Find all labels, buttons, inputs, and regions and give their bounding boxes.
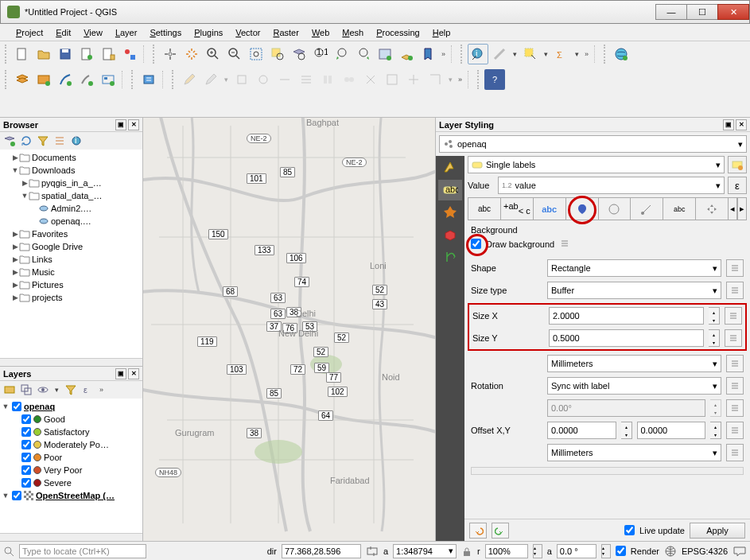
edit-tool-icon[interactable]: [382, 69, 402, 90]
toolbar-handle[interactable]: [172, 70, 177, 89]
menu-raster[interactable]: Raster: [266, 25, 305, 40]
virtual-layer-icon[interactable]: [98, 69, 119, 90]
web-icon[interactable]: [611, 44, 631, 64]
placement-tab[interactable]: abc: [663, 197, 696, 220]
pan-selection-icon[interactable]: [181, 44, 202, 64]
identify-icon[interactable]: i: [468, 44, 488, 64]
size-x-input[interactable]: 2.0000: [549, 307, 704, 325]
shape-select[interactable]: Rectangle▾: [547, 259, 721, 277]
toolbar-handle[interactable]: [460, 45, 465, 64]
rotation-data-defined[interactable]: [726, 377, 744, 395]
text-tab[interactable]: abc: [468, 197, 501, 220]
edit-tool-icon[interactable]: [274, 69, 295, 90]
layers-tree[interactable]: ▼openaqGoodSatisfactoryModerately Po…Poo…: [0, 399, 142, 533]
browser-tree-item[interactable]: ▶Links: [2, 253, 141, 266]
pan-icon[interactable]: [160, 44, 181, 64]
zoom-out-icon[interactable]: [224, 44, 245, 64]
browser-tree-item[interactable]: ▶Google Drive: [2, 240, 141, 253]
deselect-icon[interactable]: Σ: [551, 44, 572, 64]
undo-button[interactable]: [469, 523, 487, 539]
vector-layer-icon[interactable]: [12, 69, 33, 90]
menu-layer[interactable]: Layer: [109, 25, 144, 40]
offset-y-input[interactable]: 0.0000: [637, 422, 706, 439]
shape-data-defined[interactable]: [726, 259, 744, 277]
label-rules-button[interactable]: [728, 156, 747, 173]
expression-button[interactable]: ε: [728, 177, 747, 194]
layout-manager-icon[interactable]: [98, 44, 119, 64]
save-edits-icon[interactable]: [200, 69, 221, 90]
rendering-tab[interactable]: [695, 197, 729, 220]
zoom-last-icon[interactable]: [332, 44, 352, 64]
messages-icon[interactable]: [733, 545, 747, 558]
filter-icon[interactable]: [36, 134, 50, 148]
menu-processing[interactable]: Processing: [370, 25, 426, 40]
label-mode-select[interactable]: Single labels ▾: [468, 156, 725, 173]
menu-edit[interactable]: Edit: [49, 25, 77, 40]
tab-scroll-right[interactable]: ▸: [737, 197, 747, 220]
epsg-label[interactable]: EPSG:4326: [682, 546, 728, 556]
browser-tree-item[interactable]: Admin2.…: [2, 202, 141, 215]
menu-view[interactable]: View: [77, 25, 109, 40]
draw-background-checkbox[interactable]: [471, 239, 481, 249]
layer-tree-item[interactable]: Satisfactory: [2, 426, 141, 438]
locator-input[interactable]: Type to locate (Ctrl+K): [19, 544, 146, 558]
maximize-button[interactable]: ☐: [686, 4, 718, 20]
layer-tree-item[interactable]: ▼openaq: [2, 400, 141, 413]
toolbar-handle[interactable]: [477, 70, 482, 89]
tab-scroll-left[interactable]: ◂: [728, 197, 737, 220]
menu-project[interactable]: Project: [10, 25, 49, 40]
size-type-data-defined[interactable]: [726, 282, 744, 299]
toolbar-overflow[interactable]: »: [582, 50, 591, 58]
minimize-button[interactable]: —: [655, 4, 687, 20]
lock-icon[interactable]: [461, 546, 472, 557]
size-x-spinner[interactable]: ▴▾: [709, 307, 720, 325]
redo-button[interactable]: [492, 523, 509, 539]
layers-undock-button[interactable]: ▣: [115, 368, 126, 379]
crs-icon[interactable]: [664, 545, 677, 558]
zoom-selection-icon[interactable]: [267, 44, 288, 64]
formatting-tab[interactable]: +ab< c: [500, 197, 534, 220]
render-checkbox[interactable]: [616, 546, 626, 556]
save-icon[interactable]: [55, 44, 76, 64]
toolbar-handle[interactable]: [604, 45, 608, 64]
toolbar-handle[interactable]: [153, 45, 157, 64]
browser-tree-item[interactable]: ▶pyqgis_in_a_…: [2, 177, 141, 189]
browser-tree-item[interactable]: ▶Pictures: [2, 278, 141, 291]
add-layer-icon[interactable]: [2, 134, 17, 148]
labels-tab-icon[interactable]: abc: [438, 180, 462, 200]
layers-scrollbar[interactable]: [0, 533, 142, 541]
browser-tree-item[interactable]: ▶Music: [2, 266, 141, 278]
layer-tree-item[interactable]: Moderately Po…: [2, 438, 141, 451]
rotation-status-spinner[interactable]: ▴▾: [601, 544, 611, 558]
layer-tree-item[interactable]: Very Poor: [2, 464, 141, 476]
callouts-tab[interactable]: [630, 197, 663, 220]
styling-close-button[interactable]: ✕: [736, 119, 747, 130]
3d-tab-icon[interactable]: [438, 224, 462, 245]
edit-tool-icon[interactable]: [296, 69, 317, 90]
layer-add-group-icon[interactable]: [19, 383, 33, 397]
new-print-layout-icon[interactable]: [76, 44, 97, 64]
edit-tool-icon[interactable]: [360, 69, 381, 90]
coordinate-input[interactable]: 77.368,28.596: [282, 544, 361, 558]
layer-filter-icon[interactable]: [64, 383, 78, 397]
menu-settings[interactable]: Settings: [143, 25, 188, 40]
layer-tree-item[interactable]: Good: [2, 413, 141, 426]
zoom-in-icon[interactable]: [203, 44, 223, 64]
browser-scrollbar[interactable]: [0, 358, 142, 366]
size-y-spinner[interactable]: ▴▾: [709, 329, 720, 347]
browser-tree-item[interactable]: ▼spatial_data_…: [2, 189, 141, 202]
browser-tree-item[interactable]: openaq.…: [2, 215, 141, 228]
select-features-icon[interactable]: [520, 44, 541, 64]
mesh-layer-icon[interactable]: [55, 69, 76, 90]
draw-bg-data-defined[interactable]: [559, 238, 570, 251]
zoom-full-icon[interactable]: [246, 44, 266, 64]
offset-x-spinner[interactable]: ▴▾: [621, 422, 632, 439]
browser-tree-item[interactable]: ▶Favorites: [2, 228, 141, 240]
show-bookmarks-icon[interactable]: [418, 44, 438, 64]
history-tab-icon[interactable]: [438, 247, 462, 267]
edit-pencil-icon[interactable]: [179, 69, 200, 90]
edit-tool-icon[interactable]: [231, 69, 252, 90]
browser-close-button[interactable]: ✕: [128, 119, 139, 130]
layer-style-icon[interactable]: [2, 383, 17, 397]
toolbar-handle[interactable]: [131, 70, 136, 89]
